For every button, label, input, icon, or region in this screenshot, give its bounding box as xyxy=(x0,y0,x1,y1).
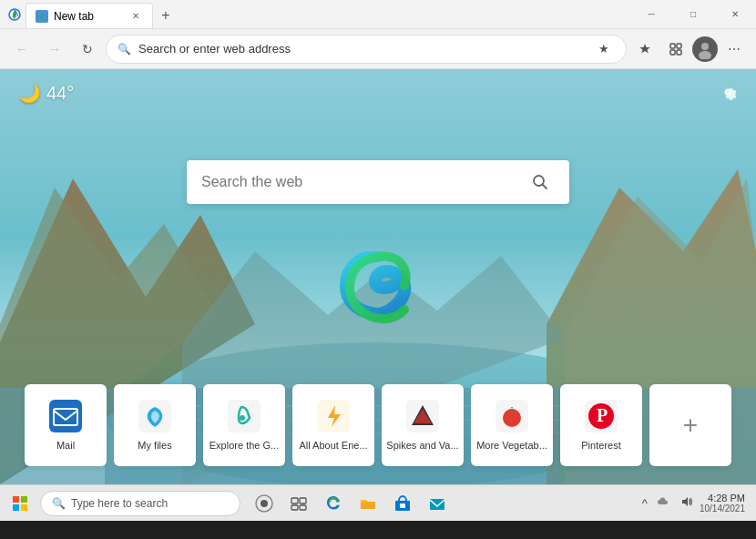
quick-link-icon-spikes xyxy=(406,400,439,432)
settings-gear-button[interactable] xyxy=(718,82,738,107)
navigation-bar: ← → ↻ 🔍 Search or enter web address ★ xyxy=(0,29,756,69)
taskbar-search-icon: 🔍 xyxy=(52,497,66,510)
search-box[interactable] xyxy=(187,160,569,204)
svg-text:P: P xyxy=(597,405,608,425)
quick-link-pinterest[interactable]: P Pinterest xyxy=(560,384,642,466)
svg-rect-41 xyxy=(13,504,19,511)
tab-close-button[interactable]: ✕ xyxy=(128,9,143,24)
quick-link-icon-explore xyxy=(228,400,261,432)
start-button[interactable] xyxy=(4,487,36,520)
search-submit-button[interactable] xyxy=(526,168,555,197)
tab-favicon xyxy=(36,10,48,23)
svg-rect-47 xyxy=(291,505,298,510)
quick-link-energy[interactable]: All About Ene... xyxy=(292,384,374,466)
quick-link-label-explore: Explore the G... xyxy=(209,440,279,451)
more-menu-button[interactable]: ⋯ xyxy=(720,35,749,64)
svg-point-7 xyxy=(701,43,709,50)
maximize-button[interactable]: □ xyxy=(672,0,714,29)
taskbar-volume[interactable] xyxy=(678,495,696,511)
quick-link-icon-energy xyxy=(317,400,350,432)
svg-marker-53 xyxy=(682,497,688,506)
svg-rect-40 xyxy=(21,496,27,503)
svg-rect-3 xyxy=(677,44,681,48)
tab-strip: New tab ✕ + xyxy=(22,0,630,28)
edge-logo xyxy=(337,251,419,333)
taskbar-edge[interactable] xyxy=(317,487,350,520)
svg-line-22 xyxy=(543,185,547,189)
browser-icon xyxy=(7,7,22,22)
search-container xyxy=(187,160,569,204)
title-bar-left xyxy=(0,7,22,22)
quick-link-label-mail: Mail xyxy=(56,440,75,451)
svg-rect-46 xyxy=(300,498,306,503)
address-bar[interactable]: 🔍 Search or enter web address ★ xyxy=(106,35,627,64)
quick-link-label-energy: All About Ene... xyxy=(299,440,367,451)
svg-rect-4 xyxy=(670,50,675,55)
svg-rect-42 xyxy=(21,504,27,511)
taskbar-cortana[interactable] xyxy=(248,487,281,520)
favorite-button[interactable]: ★ xyxy=(593,38,615,60)
quick-link-label-vegetables: More Vegetab... xyxy=(476,440,547,451)
window-controls: ─ □ ✕ xyxy=(630,0,756,28)
search-input[interactable] xyxy=(201,174,518,190)
weather-icon: 🌙 xyxy=(18,82,41,104)
taskbar-taskview[interactable] xyxy=(282,487,315,520)
active-tab[interactable]: New tab ✕ xyxy=(26,3,153,28)
taskbar-cloud[interactable] xyxy=(654,496,674,510)
svg-rect-5 xyxy=(677,50,681,55)
quick-link-label-myfiles: My files xyxy=(138,440,171,451)
profile-avatar[interactable] xyxy=(692,36,718,62)
taskbar-mail[interactable] xyxy=(421,487,454,520)
svg-point-27 xyxy=(240,415,245,421)
forward-button[interactable]: → xyxy=(40,35,69,64)
svg-rect-52 xyxy=(430,499,444,510)
svg-rect-51 xyxy=(400,503,405,508)
quick-link-icon-pinterest: P xyxy=(585,400,618,432)
taskbar-apps xyxy=(248,487,454,520)
quick-link-add[interactable]: + xyxy=(649,384,731,466)
address-bar-actions: ★ xyxy=(593,38,615,60)
toolbar-actions: ⋯ xyxy=(630,35,749,64)
quick-link-spikes[interactable]: Spikes and Va... xyxy=(382,384,464,466)
collections-button[interactable] xyxy=(661,35,690,64)
quick-link-myfiles[interactable]: My files xyxy=(114,384,196,466)
favorites-button[interactable] xyxy=(630,35,659,64)
svg-rect-49 xyxy=(361,502,375,509)
quick-link-icon-vegetables xyxy=(495,400,528,432)
taskbar-explorer[interactable] xyxy=(352,487,384,520)
quick-link-mail[interactable]: Mail xyxy=(25,384,107,466)
taskbar-search-text: Type here to search xyxy=(71,497,168,510)
title-bar: New tab ✕ + ─ □ ✕ xyxy=(0,0,756,29)
temperature: 44° xyxy=(46,83,74,104)
back-button[interactable]: ← xyxy=(7,35,36,64)
taskbar-right: ^ 4:28 PM 10/14/2021 xyxy=(639,493,752,514)
svg-rect-39 xyxy=(13,496,19,503)
taskbar-chevron[interactable]: ^ xyxy=(639,496,650,510)
quick-link-icon-mail xyxy=(49,400,82,432)
taskbar-store[interactable] xyxy=(386,487,419,520)
taskbar-clock: 4:28 PM 10/14/2021 xyxy=(700,493,745,514)
refresh-button[interactable]: ↻ xyxy=(73,35,102,64)
svg-rect-2 xyxy=(670,44,675,48)
svg-rect-48 xyxy=(300,505,306,510)
tab-label: New tab xyxy=(54,10,94,23)
search-icon: 🔍 xyxy=(117,43,131,56)
address-text: Search or enter web address xyxy=(138,42,586,56)
quick-link-add-icon: + xyxy=(674,409,707,442)
browser-content: 🌙 44° xyxy=(0,69,756,484)
weather-widget: 🌙 44° xyxy=(18,82,74,104)
svg-point-44 xyxy=(261,500,268,507)
minimize-button[interactable]: ─ xyxy=(630,0,672,29)
taskbar-search[interactable]: 🔍 Type here to search xyxy=(40,491,240,516)
quick-link-label-spikes: Spikes and Va... xyxy=(386,440,458,451)
quick-link-explore[interactable]: Explore the G... xyxy=(203,384,285,466)
taskbar: 🔍 Type here to search xyxy=(0,484,756,521)
quick-link-icon-myfiles xyxy=(138,400,171,432)
quick-link-vegetables[interactable]: More Vegetab... xyxy=(471,384,553,466)
new-tab-button[interactable]: + xyxy=(153,3,179,28)
quick-link-label-pinterest: Pinterest xyxy=(581,440,620,451)
svg-rect-45 xyxy=(291,498,298,503)
close-button[interactable]: ✕ xyxy=(714,0,756,29)
quick-links-bar: Mail My files Explore the G... All About… xyxy=(25,384,731,466)
